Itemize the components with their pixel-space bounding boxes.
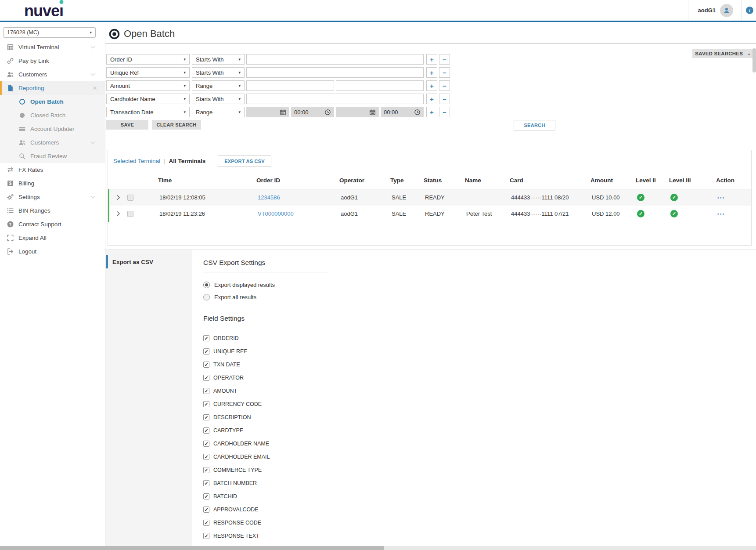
remove-filter-button[interactable]: −	[439, 80, 450, 91]
remove-filter-button[interactable]: −	[439, 67, 450, 78]
filter-operator-select-cardholder-name[interactable]: Starts With▾	[192, 94, 245, 104]
row-actions-button[interactable]: •••	[717, 211, 725, 217]
add-filter-button[interactable]: +	[426, 54, 437, 65]
filter-field-select-order-id[interactable]: Order ID▾	[106, 54, 190, 65]
checkbox-checked[interactable]: ✓	[203, 454, 209, 460]
remove-filter-button[interactable]: −	[439, 54, 450, 65]
checkbox-checked[interactable]: ✓	[203, 414, 209, 420]
field-checkbox-response-code[interactable]: ✓RESPONSE CODE	[203, 516, 328, 529]
date-to-input[interactable]	[336, 107, 379, 117]
tab-export-as-csv[interactable]: Export as CSV	[106, 255, 192, 268]
add-filter-button[interactable]: +	[426, 107, 437, 117]
person-icon[interactable]	[720, 4, 733, 17]
export-as-csv-button[interactable]: EXPORT AS CSV	[218, 156, 271, 166]
nuvei-logo[interactable]: nuveı	[24, 2, 63, 20]
table-row[interactable]: 18/02/19 12:08:051234586aodG1SALEREADY44…	[108, 189, 751, 206]
table-row[interactable]: 18/02/19 11:23:26VT000000000aodG1SALEREA…	[108, 206, 751, 222]
info-icon[interactable]: i	[746, 7, 753, 14]
sidebar-item-fx-rates[interactable]: FX Rates	[0, 163, 105, 177]
row-checkbox[interactable]	[127, 211, 133, 217]
filter-operator-select-unique-ref[interactable]: Starts With▾	[192, 67, 245, 78]
horizontal-scrollbar[interactable]	[0, 546, 756, 550]
sidebar-item-billing[interactable]: $Billing	[0, 177, 105, 190]
expand-row-icon[interactable]	[115, 211, 121, 217]
sidebar-item-reporting[interactable]: Reporting×	[0, 81, 105, 95]
checkbox-checked[interactable]: ✓	[203, 388, 209, 394]
checkbox-checked[interactable]: ✓	[203, 348, 209, 355]
checkbox-checked[interactable]: ✓	[203, 493, 209, 499]
field-checkbox-txn-date[interactable]: ✓TXN DATE	[203, 358, 328, 371]
field-checkbox-operator[interactable]: ✓OPERATOR	[203, 371, 328, 384]
vertical-scrollbar-thumb[interactable]	[752, 48, 756, 72]
remove-filter-button[interactable]: −	[439, 107, 450, 117]
filter-field-select-unique-ref[interactable]: Unique Ref▾	[106, 67, 190, 78]
checkbox-checked[interactable]: ✓	[203, 375, 209, 381]
horizontal-scrollbar-thumb[interactable]	[0, 546, 384, 550]
checkbox-checked[interactable]: ✓	[203, 467, 209, 473]
radio-export-all-results[interactable]: Export all results	[203, 291, 328, 303]
sidebar-item-settings[interactable]: Settings	[0, 190, 105, 204]
field-checkbox-response-text[interactable]: ✓RESPONSE TEXT	[203, 529, 328, 543]
field-checkbox-commerce-type[interactable]: ✓COMMERCE TYPE	[203, 463, 328, 477]
add-filter-button[interactable]: +	[426, 67, 437, 78]
field-checkbox-orderid[interactable]: ✓ORDERID	[203, 332, 328, 345]
add-filter-button[interactable]: +	[426, 80, 437, 91]
field-checkbox-cardholder-name[interactable]: ✓CARDHOLDER NAME	[203, 437, 328, 450]
sidebar-item-closed-batch[interactable]: Closed Batch	[0, 109, 105, 122]
row-actions-button[interactable]: •••	[717, 195, 725, 200]
selected-terminal-link[interactable]: Selected Terminal	[113, 158, 160, 164]
remove-filter-button[interactable]: −	[439, 94, 450, 104]
field-checkbox-description[interactable]: ✓DESCRIPTION	[203, 411, 328, 424]
radio-button[interactable]	[203, 282, 210, 288]
user-menu[interactable]: aodG1	[688, 4, 741, 17]
expand-row-icon[interactable]	[115, 195, 121, 200]
sidebar-item-customers[interactable]: Customers	[0, 68, 105, 81]
time-to-input[interactable]: 00:00	[381, 107, 424, 117]
checkbox-checked[interactable]: ✓	[203, 507, 209, 513]
field-checkbox-approvalcode[interactable]: ✓APPROVALCODE	[203, 503, 328, 516]
filter-operator-select-amount[interactable]: Range▾	[192, 80, 245, 91]
sidebar-item-logout[interactable]: Logout	[0, 245, 105, 258]
checkbox-checked[interactable]: ✓	[203, 401, 209, 407]
saved-searches-button[interactable]: SAVED SEARCHES ⌄	[692, 49, 754, 58]
field-checkbox-amount[interactable]: ✓AMOUNT	[203, 384, 328, 398]
radio-button[interactable]	[203, 294, 210, 300]
time-from-input[interactable]: 00:00	[291, 107, 334, 117]
checkbox-checked[interactable]: ✓	[203, 520, 209, 526]
filter-field-select-amount[interactable]: Amount▾	[106, 80, 190, 91]
filter-operator-select-order-id[interactable]: Starts With▾	[192, 54, 245, 65]
checkbox-checked[interactable]: ✓	[203, 533, 209, 539]
order-id-link[interactable]: VT000000000	[258, 210, 294, 217]
sidebar-item-open-batch[interactable]: Open Batch	[0, 95, 105, 109]
terminal-select[interactable]: 176028 (MC) ▾	[3, 27, 96, 38]
add-filter-button[interactable]: +	[426, 94, 437, 104]
close-icon[interactable]: ×	[93, 84, 97, 93]
field-checkbox-cardtype[interactable]: ✓CARDTYPE	[203, 424, 328, 437]
field-checkbox-batch-number[interactable]: ✓BATCH NUMBER	[203, 477, 328, 490]
filter-operator-select-transaction-date[interactable]: Range▾	[192, 107, 245, 117]
checkbox-checked[interactable]: ✓	[203, 362, 209, 368]
search-button[interactable]: SEARCH	[514, 120, 555, 130]
save-button[interactable]: SAVE	[106, 120, 148, 130]
filter-field-select-transaction-date[interactable]: Transaction Date▾	[106, 107, 190, 117]
filter-field-select-cardholder-name[interactable]: Cardholder Name▾	[106, 94, 190, 104]
all-terminals-tab[interactable]: All Terminals	[169, 158, 205, 164]
field-checkbox-cardholder-email[interactable]: ✓CARDHOLDER EMAIL	[203, 450, 328, 463]
clear-search-button[interactable]: CLEAR SEARCH	[152, 120, 201, 130]
sidebar-item-expand-all[interactable]: Expand All	[0, 231, 105, 245]
radio-export-displayed-results[interactable]: Export displayed results	[203, 279, 328, 291]
sidebar-item-contact-support[interactable]: ?Contact Support	[0, 217, 105, 231]
checkbox-checked[interactable]: ✓	[203, 441, 209, 447]
date-from-input[interactable]	[246, 107, 289, 117]
filter-range-from-amount[interactable]	[246, 80, 334, 91]
sidebar-item-fraud-review[interactable]: Fraud Review	[0, 149, 105, 163]
filter-value-input-order-id[interactable]	[246, 54, 424, 65]
field-checkbox-batchid[interactable]: ✓BATCHID	[203, 490, 328, 503]
checkbox-checked[interactable]: ✓	[203, 480, 209, 486]
sidebar-item-pay-by-link[interactable]: Pay by Link	[0, 54, 105, 68]
sidebar-item-account-updater[interactable]: Account Updater	[0, 122, 105, 136]
field-checkbox-unique-ref[interactable]: ✓UNIQUE REF	[203, 345, 328, 358]
filter-value-input-unique-ref[interactable]	[246, 67, 424, 78]
filter-value-input-cardholder-name[interactable]	[246, 94, 424, 104]
checkbox-checked[interactable]: ✓	[203, 335, 209, 341]
